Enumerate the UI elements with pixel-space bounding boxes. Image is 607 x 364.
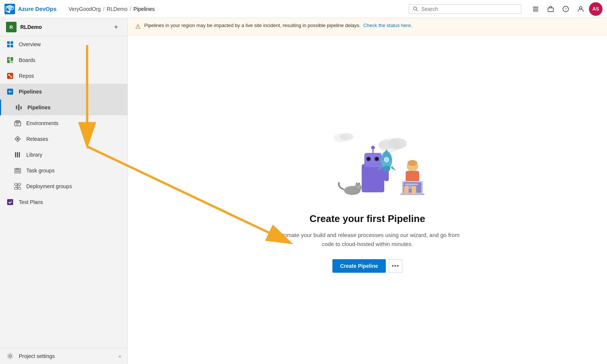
logo-text: Azure DevOps (18, 6, 57, 12)
sidebar-item-task-groups-label: Task groups (26, 168, 54, 174)
shopping-bag-icon-button[interactable] (544, 2, 557, 16)
svg-rect-42 (15, 187, 17, 189)
logo-area[interactable]: Azure DevOps (5, 4, 57, 14)
avatar[interactable]: AS (589, 2, 602, 16)
sidebar-item-boards-label: Boards (19, 57, 35, 63)
svg-point-32 (17, 138, 19, 140)
search-input[interactable] (421, 6, 517, 12)
sidebar-item-library[interactable]: Library (0, 147, 127, 163)
svg-point-52 (379, 140, 394, 149)
svg-line-5 (416, 9, 418, 11)
task-groups-icon (14, 166, 22, 175)
svg-point-73 (385, 158, 388, 161)
svg-point-63 (367, 158, 370, 160)
add-project-button[interactable]: + (111, 22, 121, 32)
content: ⚠ Pipelines in your region may be impact… (128, 18, 607, 364)
svg-point-59 (356, 185, 361, 189)
svg-text:?: ? (565, 7, 567, 11)
breadcrumb-sep1: / (103, 6, 104, 12)
action-row: Create Pipeline ••• (332, 259, 402, 273)
svg-rect-40 (15, 183, 17, 185)
alert-text: Pipelines in your region may be impacted… (144, 22, 412, 29)
sidebar-item-releases[interactable]: Releases (0, 131, 127, 147)
svg-rect-48 (7, 199, 13, 205)
svg-rect-34 (17, 152, 18, 157)
svg-rect-18 (11, 57, 13, 61)
azure-devops-logo-icon (5, 4, 15, 14)
sidebar-item-environments-label: Environments (26, 120, 59, 126)
svg-point-65 (376, 158, 378, 160)
deployment-groups-icon (14, 182, 22, 190)
sidebar: R RLDemo + Overview (0, 18, 128, 364)
sidebar-item-deployment-groups[interactable]: Deployment groups (0, 178, 127, 194)
sidebar-item-repos[interactable]: Repos (0, 68, 127, 84)
breadcrumb: VeryGoodOrg / RLDemo / Pipelines (69, 6, 155, 12)
alert-link[interactable]: Check the status here. (363, 23, 412, 28)
svg-rect-81 (405, 184, 418, 185)
hero-illustration (307, 127, 427, 202)
sidebar-item-repos-label: Repos (19, 73, 34, 79)
sidebar-item-test-plans-label: Test Plans (19, 199, 43, 205)
svg-rect-25 (16, 106, 17, 109)
sidebar-item-task-groups[interactable]: Task groups (0, 163, 127, 178)
svg-rect-26 (18, 104, 20, 110)
person-icon-button[interactable] (574, 2, 587, 16)
sidebar-item-deployment-groups-label: Deployment groups (26, 183, 72, 189)
sidebar-item-library-label: Library (26, 152, 42, 158)
pipelines-sub-icon (15, 103, 23, 112)
svg-rect-8 (533, 11, 538, 11)
svg-rect-35 (19, 152, 20, 157)
svg-rect-38 (15, 172, 21, 173)
more-options-button[interactable]: ••• (389, 259, 402, 273)
breadcrumb-org[interactable]: VeryGoodOrg (69, 6, 101, 12)
ellipsis-icon: ••• (392, 263, 399, 269)
svg-point-77 (408, 160, 417, 166)
svg-rect-9 (548, 8, 553, 12)
breadcrumb-sep2: / (130, 6, 131, 12)
svg-point-4 (414, 7, 417, 10)
svg-rect-86 (412, 186, 416, 194)
svg-rect-27 (20, 106, 22, 109)
hero-subtitle: Automate your build and release processe… (270, 231, 465, 249)
sidebar-item-overview-label: Overview (19, 41, 41, 47)
person-icon (577, 6, 584, 12)
help-icon-button[interactable]: ? (559, 2, 572, 16)
sidebar-item-environments[interactable]: Environments (0, 115, 127, 131)
sidebar-bottom: Project settings « (0, 348, 127, 364)
top-nav: Azure DevOps VeryGoodOrg / RLDemo / Pipe… (0, 0, 607, 18)
environments-icon (14, 119, 22, 127)
svg-point-67 (371, 146, 375, 150)
repos-icon (6, 72, 14, 80)
sidebar-item-boards[interactable]: Boards (0, 52, 127, 68)
svg-marker-75 (391, 166, 396, 171)
svg-rect-41 (18, 183, 21, 185)
sidebar-header: R RLDemo + (0, 18, 127, 36)
svg-rect-33 (15, 152, 16, 157)
search-icon (413, 6, 418, 12)
alert-banner: ⚠ Pipelines in your region may be impact… (128, 18, 607, 35)
test-plans-icon (6, 198, 14, 206)
sidebar-item-project-settings[interactable]: Project settings « (0, 348, 127, 364)
library-icon (14, 151, 22, 159)
svg-rect-15 (7, 45, 10, 47)
list-icon-button[interactable] (529, 2, 542, 16)
sidebar-item-test-plans[interactable]: Test Plans (0, 194, 127, 210)
sidebar-item-pipelines-sub-label: Pipelines (27, 104, 50, 110)
create-pipeline-button[interactable]: Create Pipeline (332, 259, 385, 273)
project-name: RLDemo (20, 24, 107, 30)
svg-rect-16 (11, 45, 13, 47)
sidebar-item-pipelines-sub[interactable]: Pipelines (0, 100, 127, 115)
breadcrumb-project[interactable]: RLDemo (107, 6, 127, 12)
search-bar[interactable] (409, 4, 521, 14)
sidebar-item-project-settings-label: Project settings (19, 353, 114, 359)
svg-rect-43 (18, 187, 21, 189)
collapse-icon: « (118, 353, 121, 359)
content-main: Create your first Pipeline Automate your… (128, 35, 607, 364)
sidebar-item-pipelines[interactable]: Pipelines (0, 84, 127, 100)
svg-rect-24 (7, 89, 13, 95)
project-initial: R (6, 22, 17, 32)
svg-rect-17 (7, 57, 10, 63)
sidebar-item-overview[interactable]: Overview (0, 36, 127, 52)
releases-icon (14, 135, 22, 143)
svg-point-21 (8, 74, 10, 76)
